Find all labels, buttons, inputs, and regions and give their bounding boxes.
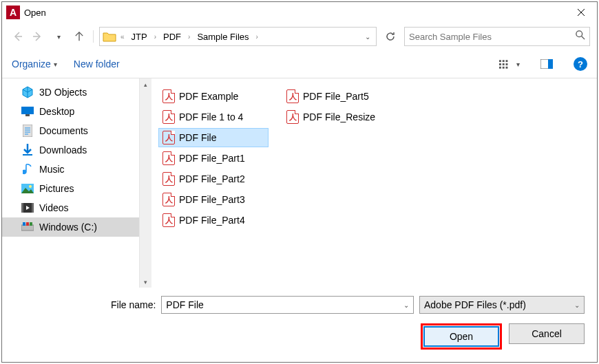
chevron-down-icon: ▾ [54, 61, 57, 68]
acrobat-icon: A [6, 6, 20, 19]
svg-rect-21 [23, 222, 25, 226]
nav-row: ▾ « JTP › PDF › Sample Files › ⌄ [2, 23, 597, 50]
tree-item[interactable]: Videos [2, 198, 139, 217]
chevron-down-icon[interactable]: ⌄ [403, 301, 409, 309]
chevron-right-icon: › [255, 33, 260, 41]
chevron-down-icon: ⌄ [574, 301, 580, 309]
tree-item[interactable]: Music [2, 160, 139, 179]
desktop-icon [21, 105, 34, 118]
pdf-icon: 人 [286, 89, 299, 103]
scroll-down[interactable]: ▾ [140, 276, 151, 288]
tree-item[interactable]: Downloads [2, 140, 139, 160]
refresh-button[interactable] [381, 27, 400, 46]
footer: File name: PDF File ⌄ Adobe PDF Files (*… [2, 288, 597, 362]
svg-point-16 [29, 185, 32, 188]
svg-rect-8 [506, 63, 508, 65]
tree-item-label: Music [39, 164, 65, 175]
folder-icon [103, 30, 116, 43]
breadcrumb-item[interactable]: PDF [160, 30, 184, 43]
svg-rect-23 [30, 222, 32, 226]
address-dropdown[interactable]: ⌄ [362, 33, 373, 41]
file-list: 人PDF Example人PDF File 1 to 4人PDF File人PD… [151, 78, 597, 257]
preview-pane-button[interactable] [536, 55, 557, 73]
music-icon [21, 163, 34, 175]
svg-rect-9 [506, 67, 508, 69]
scroll-up[interactable]: ▴ [140, 78, 151, 90]
pdf-icon: 人 [162, 110, 175, 124]
chevron-right-icon: › [187, 33, 191, 41]
tree-item[interactable]: Windows (C:) [2, 217, 139, 237]
file-label: PDF File_Part1 [179, 153, 245, 164]
breadcrumb-prefix: « [119, 33, 126, 41]
file-item[interactable]: 人PDF Example [158, 87, 269, 106]
command-bar: Organize ▾ New folder ▾ ? [2, 50, 597, 78]
file-label: PDF File_Part5 [303, 91, 369, 102]
tree-item[interactable]: Desktop [2, 102, 139, 121]
svg-rect-7 [506, 60, 508, 62]
search-box[interactable] [404, 27, 590, 46]
file-item[interactable]: 人PDF File 1 to 4 [158, 107, 269, 127]
chevron-down-icon: ▾ [516, 61, 520, 68]
file-item[interactable]: 人PDF File [158, 128, 269, 147]
file-label: PDF File_Part3 [179, 194, 245, 205]
file-item[interactable]: 人PDF File_Part4 [158, 211, 269, 230]
tree-item[interactable]: 3D Objects [2, 83, 139, 102]
pictures-icon [21, 182, 34, 195]
arrow-up-icon [74, 32, 84, 41]
svg-rect-12 [21, 107, 34, 114]
svg-rect-4 [503, 60, 505, 62]
tree-item-label: Desktop [39, 106, 74, 117]
pdf-icon: 人 [162, 131, 175, 144]
pdf-icon: 人 [162, 193, 175, 206]
svg-rect-20 [21, 225, 34, 231]
svg-rect-18 [21, 203, 23, 213]
file-item[interactable]: 人PDF File_Part2 [158, 169, 269, 189]
organize-menu[interactable]: Organize ▾ [12, 58, 57, 69]
file-label: PDF File_Part4 [179, 215, 245, 226]
filename-input[interactable]: PDF File ⌄ [161, 296, 414, 314]
cancel-button[interactable]: Cancel [509, 323, 585, 344]
file-item[interactable]: 人PDF File_Part3 [158, 190, 269, 209]
organize-label: Organize [12, 58, 51, 69]
file-type-dropdown[interactable]: Adobe PDF Files (*.pdf) ⌄ [419, 296, 585, 314]
file-item[interactable]: 人PDF File_Part1 [158, 149, 269, 168]
view-icon [499, 58, 514, 69]
search-icon[interactable] [576, 30, 585, 43]
file-label: PDF File [179, 132, 216, 143]
file-label: PDF Example [179, 91, 238, 102]
close-button[interactable] [565, 2, 597, 23]
dialog-title: Open [24, 8, 565, 18]
back-button[interactable] [9, 28, 25, 45]
up-button[interactable] [71, 28, 87, 45]
filename-label: File name: [111, 299, 156, 310]
downloads-icon [21, 144, 34, 156]
new-folder-button[interactable]: New folder [74, 58, 120, 69]
tree-item[interactable]: Documents [2, 121, 139, 140]
tree-item[interactable]: Pictures [2, 179, 139, 198]
forward-button[interactable] [30, 28, 46, 45]
svg-rect-1 [499, 60, 501, 62]
open-button[interactable]: Open [423, 326, 499, 347]
breadcrumb-item[interactable]: Sample Files [194, 30, 251, 43]
arrow-left-icon [12, 31, 23, 42]
tree-item-label: Downloads [39, 144, 87, 156]
view-options-button[interactable]: ▾ [499, 55, 520, 73]
arrow-right-icon [32, 31, 43, 42]
tree-scrollbar[interactable]: ▴ ▾ [140, 78, 151, 288]
pdf-icon: 人 [286, 110, 299, 124]
breadcrumb-item[interactable]: JTP [129, 30, 150, 43]
tree-item-label: Videos [39, 202, 69, 213]
preview-pane-icon [540, 59, 553, 69]
search-input[interactable] [409, 32, 576, 42]
help-button[interactable]: ? [574, 57, 587, 71]
file-item[interactable]: 人PDF File_Resize [282, 107, 392, 127]
address-bar[interactable]: « JTP › PDF › Sample Files › ⌄ [99, 27, 377, 46]
history-dropdown[interactable]: ▾ [50, 28, 67, 45]
filename-row: File name: PDF File ⌄ Adobe PDF Files (*… [111, 296, 585, 314]
file-label: PDF File_Part2 [179, 173, 245, 184]
videos-icon [21, 202, 34, 214]
pdf-icon: 人 [162, 151, 175, 165]
filetype-value: Adobe PDF Files (*.pdf) [424, 299, 526, 310]
file-item[interactable]: 人PDF File_Part5 [282, 87, 392, 106]
3d-icon [21, 86, 34, 98]
